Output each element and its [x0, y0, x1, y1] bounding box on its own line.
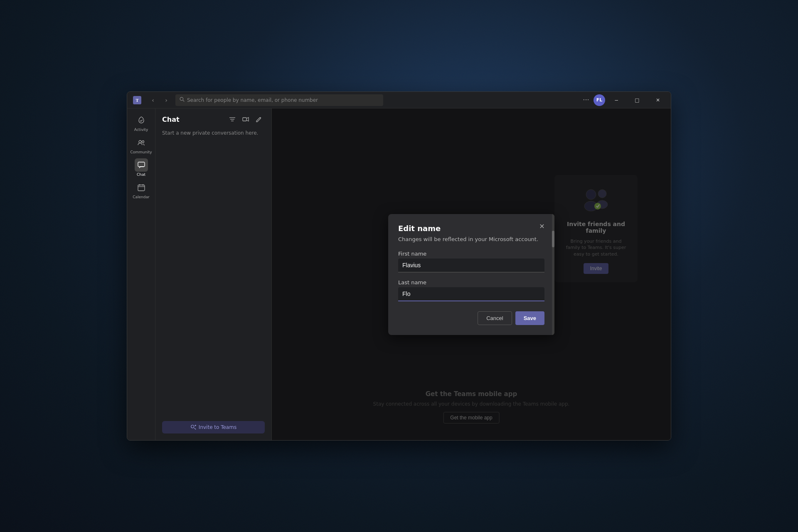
sidebar-item-chat[interactable]: Chat	[131, 157, 152, 178]
last-name-group: Last name	[398, 279, 544, 301]
chat-header-actions	[227, 113, 265, 125]
chat-panel: Chat	[155, 108, 272, 440]
first-name-group: First name	[398, 251, 544, 273]
svg-point-4	[139, 140, 141, 143]
chat-panel-subtitle: Start a new private conversation here.	[155, 128, 271, 141]
calendar-icon	[135, 181, 148, 194]
calendar-label: Calendar	[133, 195, 149, 199]
maximize-button[interactable]: □	[628, 92, 647, 108]
modal-description: Changes will be reflected in your Micros…	[398, 236, 544, 242]
app-body: Activity Community	[127, 108, 671, 440]
svg-point-2	[180, 97, 183, 101]
last-name-label: Last name	[398, 279, 544, 286]
modal-title: Edit name	[398, 224, 544, 233]
modal-actions: Cancel Save	[398, 311, 544, 325]
svg-point-5	[142, 141, 144, 143]
chat-panel-title: Chat	[162, 116, 223, 123]
cancel-button[interactable]: Cancel	[478, 311, 512, 325]
video-call-button[interactable]	[240, 113, 251, 125]
sidebar-item-activity[interactable]: Activity	[131, 112, 152, 133]
app-window: T ‹ › Search for people by name, email, …	[127, 91, 671, 441]
modal-scrollbar[interactable]	[552, 214, 554, 335]
close-button[interactable]: ✕	[648, 92, 667, 108]
first-name-label: First name	[398, 251, 544, 257]
modal-scrollbar-thumb[interactable]	[552, 231, 554, 247]
main-content: Welcome to Teams! Here are some things t…	[272, 108, 671, 440]
community-label: Community	[130, 150, 152, 154]
chat-panel-header: Chat	[155, 108, 271, 128]
svg-point-15	[191, 425, 194, 428]
titlebar-actions: ··· FL − □ ✕	[580, 92, 667, 108]
sidebar-item-community[interactable]: Community	[131, 134, 152, 156]
compose-button[interactable]	[253, 113, 265, 125]
sidebar-item-calendar[interactable]: Calendar	[131, 179, 152, 201]
svg-line-3	[183, 100, 184, 101]
back-arrow[interactable]: ‹	[147, 94, 159, 106]
search-icon	[180, 97, 185, 103]
svg-rect-6	[138, 162, 145, 167]
teams-logo: T	[131, 94, 144, 107]
last-name-input[interactable]	[398, 287, 544, 301]
modal-overlay: ✕ Edit name Changes will be reflected in…	[272, 108, 671, 440]
community-icon	[135, 136, 148, 149]
edit-name-modal: ✕ Edit name Changes will be reflected in…	[388, 214, 554, 335]
svg-rect-7	[138, 185, 145, 191]
forward-arrow[interactable]: ›	[160, 94, 172, 106]
sidebar: Activity Community	[127, 108, 155, 440]
first-name-input[interactable]	[398, 259, 544, 273]
invite-to-teams-button[interactable]: Invite to Teams	[162, 421, 265, 433]
svg-line-16	[194, 428, 196, 430]
modal-close-button[interactable]: ✕	[536, 221, 548, 232]
save-button[interactable]: Save	[515, 311, 544, 325]
user-avatar[interactable]: FL	[594, 94, 605, 106]
filter-button[interactable]	[227, 113, 238, 125]
minimize-button[interactable]: −	[607, 92, 626, 108]
global-search[interactable]: Search for people by name, email, or pho…	[175, 94, 383, 106]
search-placeholder: Search for people by name, email, or pho…	[187, 97, 318, 103]
chat-icon	[135, 158, 148, 172]
svg-rect-14	[243, 118, 246, 121]
invite-label: Invite to Teams	[199, 424, 236, 430]
title-bar: T ‹ › Search for people by name, email, …	[127, 92, 671, 108]
activity-icon	[135, 113, 148, 127]
more-button[interactable]: ···	[580, 94, 592, 106]
svg-text:T: T	[135, 98, 139, 103]
activity-label: Activity	[134, 128, 148, 132]
chat-label: Chat	[137, 173, 145, 177]
nav-arrows: ‹ ›	[147, 94, 172, 106]
